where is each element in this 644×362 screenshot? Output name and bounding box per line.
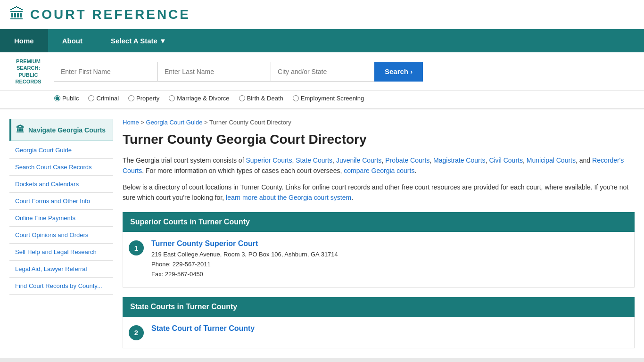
link-municipal-courts[interactable]: Municipal Courts [527,156,576,164]
page-title: Turner County Georgia Court Directory [123,132,635,148]
link-probate-courts[interactable]: Probate Courts [385,156,429,164]
sidebar-item-dockets-calendars[interactable]: Dockets and Calendars [9,176,113,193]
link-state-courts[interactable]: State Courts [296,156,332,164]
section-header-state: State Courts in Turner County [123,297,635,317]
court-address-1: 219 East College Avenue, Room 3, PO Box … [151,250,338,260]
court-fax-1: Fax: 229-567-0450 [151,270,338,280]
nav-home[interactable]: Home [0,29,48,52]
search-bar: PREMIUM SEARCH: PUBLIC RECORDS Search › [0,52,644,91]
court-phone-1: Phone: 229-567-2011 [151,260,338,270]
court-name-2: State Court of Turner County [151,324,255,333]
logo-text: COURT REFERENCE [30,7,190,22]
sidebar-item-court-opinions[interactable]: Court Opinions and Orders [9,227,113,244]
nav-select-state[interactable]: Select A State ▼ [97,29,181,52]
sidebar-active-label: Navigate Georgia Courts [28,126,106,134]
sidebar-item-online-fine-payments[interactable]: Online Fine Payments [9,210,113,227]
sidebar-item-legal-aid[interactable]: Legal Aid, Lawyer Referral [9,261,113,278]
radio-property[interactable]: Property [128,95,159,102]
sidebar-item-self-help[interactable]: Self Help and Legal Research [9,244,113,261]
sidebar-item-georgia-court-guide[interactable]: Georgia Court Guide [9,142,113,159]
premium-label: PREMIUM SEARCH: PUBLIC RECORDS [9,58,47,85]
first-name-input[interactable] [54,62,157,82]
link-learn-more[interactable]: learn more about the Georgia court syste… [226,194,351,201]
breadcrumb-current: Turner County Court Directory [209,119,291,126]
intro-paragraph-2: Below is a directory of court locations … [123,182,635,203]
main-wrapper: 🏛 Navigate Georgia Courts Georgia Court … [0,109,644,358]
sidebar-item-court-forms[interactable]: Court Forms and Other Info [9,193,113,210]
sidebar-active-item: 🏛 Navigate Georgia Courts [9,119,113,141]
intro-paragraph-1: The Georgia trial court system consists … [123,155,635,176]
radio-row: Public Criminal Property Marriage & Divo… [0,91,644,109]
court-name-1: Turner County Superior Court [151,239,338,248]
court-entry-2: 2 State Court of Turner County [123,317,635,348]
radio-public[interactable]: Public [54,95,79,102]
court-icon: 🏛 [16,125,25,135]
radio-marriage[interactable]: Marriage & Divorce [169,95,229,102]
sidebar-item-find-court-records[interactable]: Find Court Records by County... [9,278,113,295]
radio-criminal[interactable]: Criminal [88,95,119,102]
court-info-2: State Court of Turner County [151,324,255,335]
court-entry-1: 1 Turner County Superior Court 219 East … [123,232,635,287]
content-area: Home > Georgia Court Guide > Turner Coun… [123,119,635,348]
link-superior-courts[interactable]: Superior Courts [246,156,292,164]
search-button[interactable]: Search › [374,62,423,82]
court-number-1: 1 [129,240,144,255]
sidebar-item-search-court-records[interactable]: Search Court Case Records [9,159,113,176]
navbar: Home About Select A State ▼ [0,29,644,52]
nav-about[interactable]: About [48,29,97,52]
court-info-1: Turner County Superior Court 219 East Co… [151,239,338,279]
link-magistrate-courts[interactable]: Magistrate Courts [433,156,485,164]
sidebar: 🏛 Navigate Georgia Courts Georgia Court … [9,119,113,348]
link-civil-courts[interactable]: Civil Courts [489,156,523,164]
radio-employment[interactable]: Employment Screening [293,95,364,102]
link-juvenile-courts[interactable]: Juvenile Courts [336,156,382,164]
city-state-input[interactable] [271,62,374,82]
logo-icon: 🏛 [9,6,25,23]
breadcrumb: Home > Georgia Court Guide > Turner Coun… [123,119,635,126]
breadcrumb-home[interactable]: Home [123,119,139,126]
last-name-input[interactable] [157,62,271,82]
breadcrumb-guide[interactable]: Georgia Court Guide [146,119,203,126]
court-number-2: 2 [129,325,144,340]
section-header-superior: Superior Courts in Turner County [123,212,635,232]
link-compare-courts[interactable]: compare Georgia courts [344,167,414,174]
radio-birth[interactable]: Birth & Death [239,95,283,102]
